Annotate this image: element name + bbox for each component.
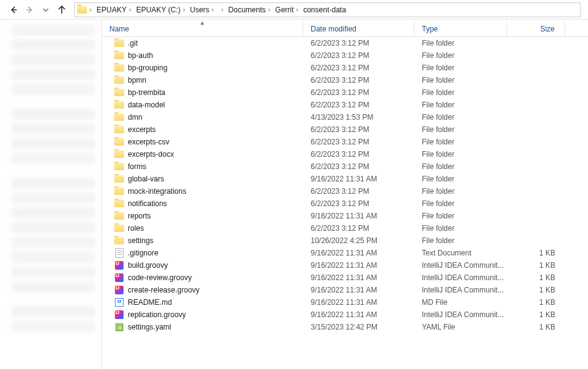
file-row[interactable]: excerpts-csv6/2/2023 3:12 PMFile folder	[102, 136, 588, 148]
sidebar-item[interactable]	[11, 109, 95, 120]
file-row[interactable]: global-vars9/16/2022 11:31 AMFile folder	[102, 173, 588, 185]
sidebar-item[interactable]	[11, 306, 95, 317]
folder-icon	[114, 162, 124, 172]
cell-name: settings	[102, 236, 303, 246]
breadcrumb-segment[interactable]: Gerrit›	[272, 3, 300, 17]
sidebar-item[interactable]	[11, 54, 95, 65]
cell-date: 9/16/2022 11:31 AM	[303, 212, 414, 220]
file-name: global-vars	[128, 175, 164, 183]
chevron-right-icon[interactable]: ›	[129, 6, 131, 13]
sidebar-item[interactable]	[11, 153, 95, 164]
cell-type: MD File	[414, 298, 507, 307]
file-name: bp-trembita	[128, 88, 166, 97]
cell-type: IntelliJ IDEA Communit...	[414, 273, 507, 282]
chevron-right-icon: ›	[90, 6, 91, 13]
breadcrumb-segment[interactable]: consent-data	[300, 3, 347, 17]
file-row[interactable]: build.groovy9/16/2022 11:31 AMIntelliJ I…	[102, 259, 588, 272]
file-row[interactable]: .gitignore9/16/2022 11:31 AMText Documen…	[102, 247, 588, 259]
file-row[interactable]: bpmn6/2/2023 3:12 PMFile folder	[102, 74, 588, 86]
file-row[interactable]: bp-grouping6/2/2023 3:12 PMFile folder	[102, 62, 588, 74]
file-row[interactable]: data-model6/2/2023 3:12 PMFile folder	[102, 99, 588, 111]
file-name: excerpts-csv	[128, 138, 169, 146]
sidebar-item[interactable]	[11, 222, 95, 233]
file-row[interactable]: replication.groovy9/16/2022 11:31 AMInte…	[102, 309, 588, 321]
sidebar-item[interactable]	[11, 281, 95, 292]
arrow-up-icon	[57, 5, 67, 15]
cell-date: 9/16/2022 11:31 AM	[303, 298, 414, 307]
file-row[interactable]: create-release.groovy9/16/2022 11:31 AMI…	[102, 284, 588, 296]
sidebar-item[interactable]	[11, 321, 95, 332]
up-button[interactable]	[54, 2, 69, 17]
file-name: bp-grouping	[128, 64, 167, 72]
file-row[interactable]: bp-trembita6/2/2023 3:12 PMFile folder	[102, 86, 588, 99]
sidebar-item[interactable]	[11, 207, 95, 218]
folder-icon	[114, 223, 124, 233]
folder-icon	[114, 112, 124, 122]
cell-date: 6/2/2023 3:12 PM	[303, 39, 414, 48]
file-row[interactable]: dmn4/13/2023 1:53 PMFile folder	[102, 111, 588, 123]
chevron-right-icon[interactable]: ›	[183, 6, 185, 13]
sidebar-item[interactable]	[11, 237, 95, 248]
breadcrumb-segment[interactable]: EPUAKY›	[93, 3, 132, 17]
folder-icon	[114, 186, 124, 196]
file-row[interactable]: forms6/2/2023 3:12 PMFile folder	[102, 160, 588, 173]
file-name: reports	[128, 212, 151, 220]
file-row[interactable]: bp-auth6/2/2023 3:12 PMFile folder	[102, 49, 588, 62]
sidebar-item[interactable]	[11, 178, 95, 189]
sidebar-item[interactable]	[11, 25, 95, 36]
chevron-right-icon[interactable]: ›	[212, 6, 214, 13]
chevron-right-icon[interactable]: ›	[296, 6, 298, 13]
cell-date: 6/2/2023 3:12 PM	[303, 150, 414, 159]
file-row[interactable]: settings.yaml3/15/2023 12:42 PMYAML File…	[102, 321, 588, 333]
sidebar-item[interactable]	[11, 123, 95, 135]
cell-size: 1 KB	[507, 286, 565, 294]
file-row[interactable]: reports9/16/2022 11:31 AMFile folder	[102, 210, 588, 222]
file-row[interactable]: excerpts-docx6/2/2023 3:12 PMFile folder	[102, 148, 588, 160]
sidebar-item[interactable]	[11, 39, 95, 51]
cell-type: File folder	[414, 150, 507, 159]
breadcrumb-segment[interactable]: Documents›	[225, 3, 272, 17]
breadcrumb-label: Documents	[229, 6, 266, 14]
column-header-size[interactable]: Size	[507, 21, 565, 36]
cell-date: 6/2/2023 3:12 PM	[303, 51, 414, 60]
column-header-name[interactable]: Name ▲	[102, 21, 303, 36]
sidebar-item[interactable]	[11, 69, 95, 80]
column-label: Name	[109, 25, 129, 33]
cell-date: 4/13/2023 1:53 PM	[303, 113, 414, 122]
sidebar-item[interactable]	[11, 84, 95, 95]
breadcrumb-segment[interactable]: Users›	[187, 3, 216, 17]
file-row[interactable]: settings10/26/2022 4:25 PMFile folder	[102, 234, 588, 247]
breadcrumb-segment[interactable]: ›	[215, 3, 224, 17]
file-row[interactable]: code-review.groovy9/16/2022 11:31 AMInte…	[102, 272, 588, 284]
address-bar[interactable]: › EPUAKY›EPUAKY (C:)›Users› ›Documents›G…	[74, 2, 581, 17]
forward-button[interactable]	[22, 2, 37, 17]
sidebar-item[interactable]	[11, 193, 95, 204]
text-file-icon	[114, 248, 124, 258]
file-row[interactable]: .git6/2/2023 3:12 PMFile folder	[102, 37, 588, 49]
file-row[interactable]: roles6/2/2023 3:12 PMFile folder	[102, 222, 588, 234]
folder-icon	[114, 199, 124, 209]
file-row[interactable]: README.md9/16/2022 11:31 AMMD File1 KB	[102, 296, 588, 309]
cell-name: README.md	[102, 297, 303, 307]
cell-size: 1 KB	[507, 273, 565, 282]
cell-date: 6/2/2023 3:12 PM	[303, 64, 414, 72]
sidebar-item[interactable]	[11, 267, 95, 278]
file-name: replication.groovy	[128, 310, 186, 319]
cell-size: 1 KB	[507, 310, 565, 319]
back-button[interactable]	[6, 2, 21, 17]
file-row[interactable]: excerpts6/2/2023 3:12 PMFile folder	[102, 123, 588, 136]
sidebar-item[interactable]	[11, 252, 95, 263]
chevron-right-icon[interactable]: ›	[268, 6, 270, 13]
column-header-date[interactable]: Date modified	[303, 21, 414, 36]
column-header-type[interactable]: Type	[414, 21, 507, 36]
breadcrumb-segment[interactable]: EPUAKY (C:)›	[132, 3, 186, 17]
file-name: notifications	[128, 199, 167, 208]
file-name: bp-auth	[128, 51, 153, 60]
chevron-right-icon[interactable]: ›	[221, 6, 223, 13]
recent-dropdown[interactable]	[38, 2, 53, 17]
breadcrumb-label: Users	[190, 6, 209, 14]
file-row[interactable]: notifications6/2/2023 3:12 PMFile folder	[102, 197, 588, 210]
file-row[interactable]: mock-integrations6/2/2023 3:12 PMFile fo…	[102, 185, 588, 197]
file-name: .git	[128, 39, 138, 48]
sidebar-item[interactable]	[11, 138, 95, 149]
